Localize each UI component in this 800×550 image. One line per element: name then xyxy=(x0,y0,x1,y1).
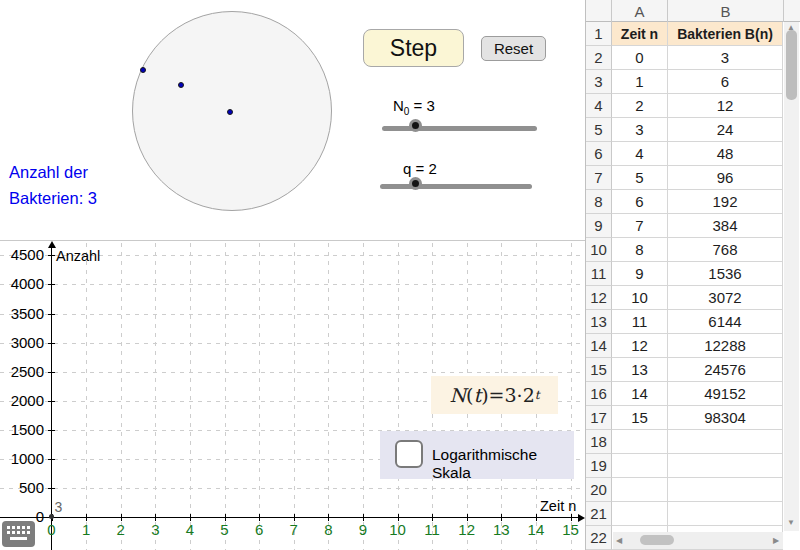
cell-B5[interactable]: 24 xyxy=(668,118,783,142)
cell-B14[interactable]: 12288 xyxy=(668,334,783,358)
y-axis xyxy=(51,246,52,550)
step-button[interactable]: Step xyxy=(363,29,464,67)
virtual-keyboard-button[interactable] xyxy=(2,521,35,547)
slider-q-knob[interactable] xyxy=(409,177,422,190)
scroll-left-arrow[interactable]: ◀ xyxy=(616,537,622,545)
cell-A8[interactable]: 6 xyxy=(612,190,668,214)
cell-A14[interactable]: 12 xyxy=(612,334,668,358)
row-number[interactable]: 13 xyxy=(586,310,612,334)
x-tick-mark xyxy=(190,514,191,521)
row-number[interactable]: 16 xyxy=(586,382,612,406)
row-number[interactable]: 7 xyxy=(586,166,612,190)
cell-B10[interactable]: 768 xyxy=(668,238,783,262)
cell-B1[interactable]: Bakterien B(n) xyxy=(668,22,783,46)
y-tick-mark xyxy=(48,459,55,460)
cell-B12[interactable]: 3072 xyxy=(668,286,783,310)
horizontal-scrollbar-track[interactable] xyxy=(613,532,783,549)
x-tick-mark xyxy=(225,514,226,521)
row-number[interactable]: 17 xyxy=(586,406,612,430)
cell-B8[interactable]: 192 xyxy=(668,190,783,214)
column-header-A[interactable]: A xyxy=(612,0,668,22)
gridline-vertical xyxy=(86,243,87,550)
gridline-vertical xyxy=(121,243,122,550)
row-number[interactable]: 19 xyxy=(586,454,612,478)
gridline-vertical xyxy=(328,243,329,550)
row-number[interactable]: 11 xyxy=(586,262,612,286)
graph-view[interactable]: 0123456789101112131415050010001500200025… xyxy=(0,241,585,550)
cell-A9[interactable]: 7 xyxy=(612,214,668,238)
row-number[interactable]: 12 xyxy=(586,286,612,310)
cell-A15[interactable]: 13 xyxy=(612,358,668,382)
cell-A3[interactable]: 1 xyxy=(612,70,668,94)
x-tick-label: 2 xyxy=(106,521,136,538)
cell-A11[interactable]: 9 xyxy=(612,262,668,286)
cell-A17[interactable]: 15 xyxy=(612,406,668,430)
table-row: 5324 xyxy=(586,118,784,142)
cell-A16[interactable]: 14 xyxy=(612,382,668,406)
cell-A12[interactable]: 10 xyxy=(612,286,668,310)
column-header-B[interactable]: B xyxy=(668,0,784,22)
cell-B7[interactable]: 96 xyxy=(668,166,783,190)
row-number[interactable]: 18 xyxy=(586,430,612,454)
cell-B6[interactable]: 48 xyxy=(668,142,783,166)
slider-q-track[interactable] xyxy=(380,184,532,189)
cell-A18[interactable] xyxy=(612,430,668,454)
cell-A5[interactable]: 3 xyxy=(612,118,668,142)
row-number[interactable]: 21 xyxy=(586,502,612,526)
corner-header-cell[interactable] xyxy=(586,0,612,22)
cell-A19[interactable] xyxy=(612,454,668,478)
cell-A6[interactable]: 4 xyxy=(612,142,668,166)
cell-B20[interactable] xyxy=(668,478,783,502)
slider-n0-track[interactable] xyxy=(382,126,537,131)
row-number[interactable]: 9 xyxy=(586,214,612,238)
cell-B4[interactable]: 12 xyxy=(668,94,783,118)
cell-A1[interactable]: Zeit n xyxy=(612,22,668,46)
y-tick-mark xyxy=(48,488,55,489)
petri-graphics-view[interactable]: Anzahl der Bakterien: 3 Step Reset N0 = … xyxy=(0,0,585,240)
reset-button[interactable]: Reset xyxy=(481,36,546,61)
cell-B19[interactable] xyxy=(668,454,783,478)
row-number[interactable]: 2 xyxy=(586,46,612,70)
row-number[interactable]: 10 xyxy=(586,238,612,262)
row-number[interactable]: 6 xyxy=(586,142,612,166)
row-number[interactable]: 14 xyxy=(586,334,612,358)
cell-B21[interactable] xyxy=(668,502,783,526)
row-number[interactable]: 3 xyxy=(586,70,612,94)
x-tick-label: 10 xyxy=(383,521,413,538)
x-tick-label: 7 xyxy=(279,521,309,538)
cell-B2[interactable]: 3 xyxy=(668,46,783,70)
bacterium-dot xyxy=(140,67,146,73)
cell-A21[interactable] xyxy=(612,502,668,526)
cell-A2[interactable]: 0 xyxy=(612,46,668,70)
row-number[interactable]: 5 xyxy=(586,118,612,142)
x-tick-label: 11 xyxy=(417,521,447,538)
slider-n0-knob[interactable] xyxy=(409,119,422,132)
x-tick-mark xyxy=(363,514,364,521)
cell-A13[interactable]: 11 xyxy=(612,310,668,334)
cell-B9[interactable]: 384 xyxy=(668,214,783,238)
log-scale-label: Logarithmische Skala xyxy=(432,446,574,482)
cell-A20[interactable] xyxy=(612,478,668,502)
scroll-down-arrow[interactable]: ▼ xyxy=(787,519,795,527)
row-number[interactable]: 20 xyxy=(586,478,612,502)
cell-B15[interactable]: 24576 xyxy=(668,358,783,382)
vertical-scrollbar-thumb[interactable] xyxy=(786,30,797,100)
cell-B3[interactable]: 6 xyxy=(668,70,783,94)
log-scale-checkbox[interactable] xyxy=(395,440,423,468)
row-number[interactable]: 22 xyxy=(586,526,612,550)
cell-B13[interactable]: 6144 xyxy=(668,310,783,334)
row-number[interactable]: 8 xyxy=(586,190,612,214)
cell-A4[interactable]: 2 xyxy=(612,94,668,118)
cell-B18[interactable] xyxy=(668,430,783,454)
row-number[interactable]: 4 xyxy=(586,94,612,118)
row-number[interactable]: 1 xyxy=(586,22,612,46)
cell-B16[interactable]: 49152 xyxy=(668,382,783,406)
scroll-right-arrow[interactable]: ▶ xyxy=(773,537,779,545)
cell-B11[interactable]: 1536 xyxy=(668,262,783,286)
row-number[interactable]: 15 xyxy=(586,358,612,382)
cell-B17[interactable]: 98304 xyxy=(668,406,783,430)
x-tick-mark xyxy=(501,514,502,521)
cell-A10[interactable]: 8 xyxy=(612,238,668,262)
cell-A7[interactable]: 5 xyxy=(612,166,668,190)
horizontal-scrollbar-thumb[interactable] xyxy=(640,535,674,545)
